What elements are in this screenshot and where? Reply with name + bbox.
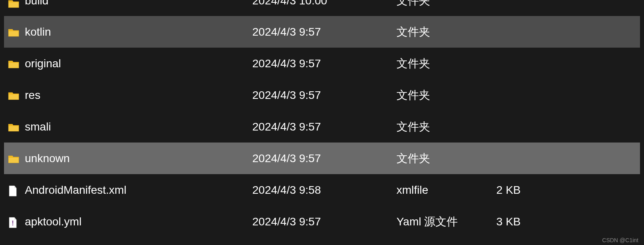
- file-size-cell: 2 KB: [489, 184, 521, 197]
- file-date-cell: 2024/4/3 9:58: [252, 184, 396, 197]
- file-name-label: build: [25, 0, 48, 5]
- folder-icon: [8, 122, 19, 132]
- file-name-cell: build: [8, 0, 252, 8]
- watermark: CSDN @C1int: [602, 237, 638, 243]
- file-name-label: smali: [25, 120, 51, 133]
- folder-icon: [8, 59, 19, 68]
- file-size-cell: 3 KB: [489, 215, 521, 228]
- file-row[interactable]: AndroidManifest.xml2024/4/3 9:58xmlfile2…: [4, 174, 640, 206]
- file-type-cell: 文件夹: [396, 119, 489, 135]
- file-yaml-icon: !: [8, 217, 19, 227]
- file-name-label: res: [25, 89, 40, 102]
- file-row[interactable]: smali2024/4/3 9:57文件夹: [4, 111, 640, 143]
- folder-icon: [8, 154, 19, 163]
- file-name-label: apktool.yml: [25, 215, 82, 228]
- file-name-cell: kotlin: [8, 26, 252, 38]
- file-list: build2024/4/3 10:00文件夹kotlin2024/4/3 9:5…: [0, 0, 644, 237]
- file-row[interactable]: res2024/4/3 9:57文件夹: [4, 79, 640, 111]
- folder-icon: [8, 0, 19, 8]
- file-row[interactable]: unknown2024/4/3 9:57文件夹: [4, 143, 640, 174]
- folder-icon: [8, 27, 19, 37]
- file-type-cell: 文件夹: [396, 56, 489, 71]
- file-name-label: AndroidManifest.xml: [25, 184, 127, 197]
- file-name-cell: smali: [8, 120, 252, 133]
- file-name-label: original: [25, 57, 61, 70]
- file-date-cell: 2024/4/3 9:57: [252, 120, 396, 133]
- file-name-cell: res: [8, 89, 252, 102]
- file-type-cell: 文件夹: [396, 0, 489, 5]
- file-date-cell: 2024/4/3 9:57: [252, 26, 396, 38]
- file-type-cell: Yaml 源文件: [396, 214, 489, 229]
- file-type-cell: 文件夹: [396, 151, 489, 166]
- file-name-label: kotlin: [25, 26, 51, 38]
- file-name-cell: original: [8, 57, 252, 70]
- file-row[interactable]: build2024/4/3 10:00文件夹: [4, 0, 640, 16]
- file-row[interactable]: !apktool.yml2024/4/3 9:57Yaml 源文件3 KB: [4, 206, 640, 237]
- svg-text:!: !: [12, 220, 14, 227]
- file-row[interactable]: kotlin2024/4/3 9:57文件夹: [4, 16, 640, 48]
- file-row[interactable]: original2024/4/3 9:57文件夹: [4, 48, 640, 79]
- file-name-cell: AndroidManifest.xml: [8, 184, 252, 197]
- file-name-cell: unknown: [8, 152, 252, 165]
- file-type-cell: xmlfile: [396, 184, 489, 197]
- folder-icon: [8, 90, 19, 100]
- file-date-cell: 2024/4/3 9:57: [252, 89, 396, 102]
- file-type-cell: 文件夹: [396, 24, 489, 40]
- file-name-cell: !apktool.yml: [8, 215, 252, 228]
- file-icon: [8, 185, 19, 195]
- file-date-cell: 2024/4/3 9:57: [252, 57, 396, 70]
- file-name-label: unknown: [25, 152, 70, 165]
- file-date-cell: 2024/4/3 9:57: [252, 215, 396, 228]
- file-date-cell: 2024/4/3 9:57: [252, 152, 396, 165]
- file-date-cell: 2024/4/3 10:00: [252, 0, 396, 5]
- file-type-cell: 文件夹: [396, 88, 489, 103]
